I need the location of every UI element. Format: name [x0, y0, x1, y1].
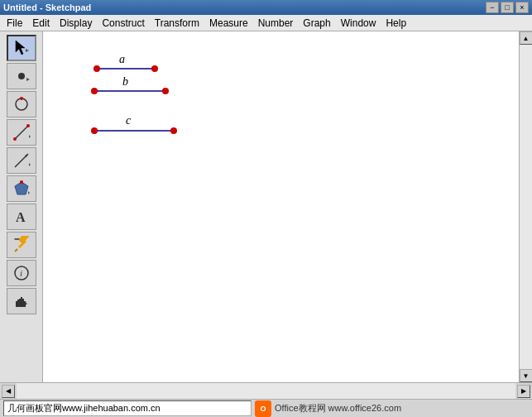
svg-text:i: i [20, 268, 22, 278]
segment-a-label: a [119, 53, 125, 65]
segment-c-label: c [126, 114, 132, 127]
menu-item-transform[interactable]: Transform [150, 16, 204, 31]
select-arrow-icon [12, 39, 31, 57]
svg-line-20 [15, 249, 17, 252]
svg-marker-25 [26, 302, 27, 305]
maximize-button[interactable]: □ [501, 2, 514, 13]
point-tool-btn[interactable] [7, 63, 36, 89]
menu-item-window[interactable]: Window [336, 16, 381, 31]
status-bar: 几何画板官网www.jihehuaban.com.cn O Office教程网 … [0, 399, 532, 417]
select-arrow-tool[interactable] [7, 35, 36, 61]
svg-marker-24 [16, 297, 26, 307]
svg-marker-13 [29, 163, 31, 166]
marker-tool-icon [12, 236, 31, 254]
title-bar: Untitled - Sketchpad − □ × [0, 0, 532, 15]
svg-point-6 [20, 97, 23, 100]
title-bar-buttons: − □ × [486, 2, 529, 13]
hand-tool-btn[interactable] [7, 288, 36, 314]
office-logo-icon: O [255, 400, 271, 417]
ray-tool-btn[interactable] [7, 147, 36, 174]
circle-tool-btn[interactable] [7, 91, 36, 117]
svg-line-19 [14, 237, 19, 242]
close-button[interactable]: × [515, 2, 529, 13]
segment-b-label: b [122, 75, 128, 88]
scroll-track-bottom[interactable] [17, 383, 515, 399]
svg-point-5 [16, 98, 27, 110]
segment-tool-btn[interactable] [7, 119, 36, 146]
ray-tool-icon [12, 151, 31, 170]
svg-line-7 [15, 126, 28, 139]
svg-marker-2 [26, 49, 29, 52]
svg-marker-14 [15, 182, 28, 194]
svg-marker-10 [29, 135, 31, 138]
segment-a-point-left [93, 65, 100, 72]
website-status-text: 几何画板官网www.jihehuaban.com.cn [3, 400, 252, 416]
scroll-left-button[interactable]: ◀ [2, 385, 15, 398]
scroll-track-right[interactable] [520, 45, 533, 369]
right-scrollbar: ▲ ▼ [519, 31, 532, 382]
marker-tool-btn[interactable] [7, 232, 36, 258]
scroll-up-button[interactable]: ▲ [520, 31, 533, 45]
menu-item-construct[interactable]: Construct [97, 16, 149, 31]
minimize-button[interactable]: − [486, 2, 499, 13]
hand-tool-icon [12, 292, 31, 310]
scroll-down-button[interactable]: ▼ [520, 369, 533, 382]
segment-c-point-right [170, 127, 177, 134]
main-layout: A i [0, 31, 532, 382]
menu-item-file[interactable]: File [2, 16, 27, 31]
menu-item-display[interactable]: Display [55, 16, 97, 31]
menu-item-number[interactable]: Number [253, 16, 299, 31]
info-tool-icon: i [12, 264, 31, 282]
svg-marker-4 [26, 78, 30, 81]
polygon-tool-icon [12, 180, 31, 198]
segment-c-point-left [91, 127, 98, 134]
menu-bar: FileEditDisplayConstructTransformMeasure… [0, 15, 532, 31]
svg-point-9 [26, 124, 30, 127]
menu-item-graph[interactable]: Graph [298, 16, 335, 31]
drawing-canvas: a b c [43, 31, 519, 382]
polygon-tool-btn[interactable] [7, 175, 36, 202]
svg-marker-0 [16, 41, 25, 55]
svg-marker-16 [28, 191, 30, 194]
svg-point-15 [20, 180, 23, 184]
menu-item-help[interactable]: Help [381, 16, 411, 31]
info-tool-btn[interactable]: i [7, 260, 36, 286]
svg-text:A: A [16, 210, 26, 224]
office-site-label: Office教程网 www.office26.com [275, 402, 401, 415]
toolbar: A i [0, 31, 43, 382]
text-tool-icon: A [12, 208, 31, 226]
bottom-scroll-area: ◀ ▶ [0, 382, 532, 399]
segment-b-point-left [91, 88, 98, 94]
title-text: Untitled - Sketchpad [3, 2, 91, 12]
segment-b-point-right [162, 88, 169, 94]
menu-item-measure[interactable]: Measure [204, 16, 253, 31]
menu-item-edit[interactable]: Edit [27, 16, 55, 31]
circle-tool-icon [12, 95, 31, 113]
canvas-area[interactable]: a b c [43, 31, 519, 382]
svg-point-8 [13, 137, 17, 141]
point-tool-icon [12, 67, 31, 85]
segment-a-point-right [151, 65, 158, 72]
text-tool-btn[interactable]: A [7, 204, 36, 230]
scroll-right-button[interactable]: ▶ [517, 385, 530, 398]
segment-tool-icon [12, 123, 31, 141]
svg-point-3 [18, 73, 25, 79]
